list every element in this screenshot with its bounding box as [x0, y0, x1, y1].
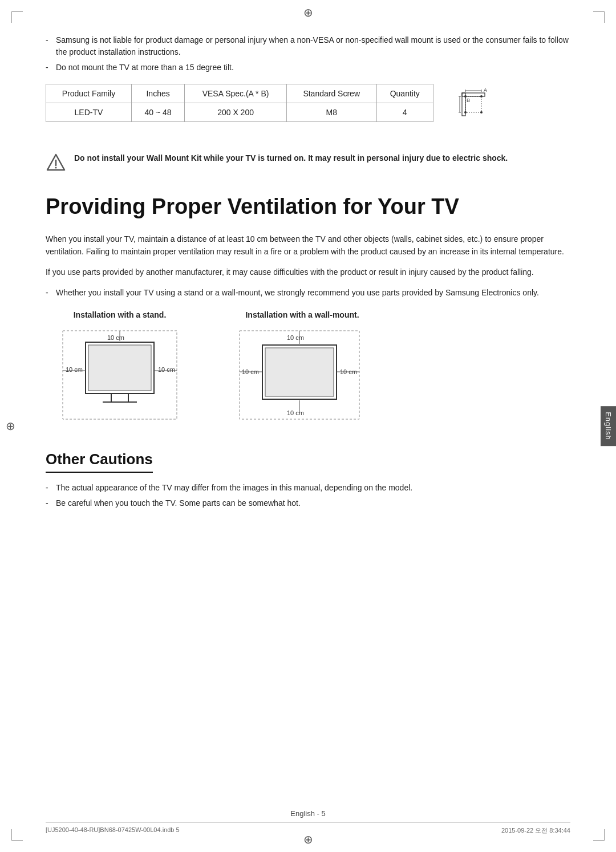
body-paragraph-2: If you use parts provided by another man… [46, 266, 570, 278]
table-with-diagram: Product Family Inches VESA Spec.(A * B) … [46, 84, 570, 136]
other-cautions-list: The actual appearance of the TV may diff… [46, 482, 570, 509]
cell-standard-screw: M8 [286, 103, 376, 122]
caution-item-1: The actual appearance of the TV may diff… [46, 482, 570, 494]
spec-table: Product Family Inches VESA Spec.(A * B) … [46, 84, 433, 122]
svg-text:10 cm: 10 cm [287, 409, 304, 416]
svg-text:10 cm: 10 cm [66, 366, 83, 373]
col-inches: Inches [131, 84, 184, 103]
footer-left-text: [UJ5200-40-48-RU]BN68-07425W-00L04.indb … [46, 826, 180, 835]
stand-label: Installation with a stand. [74, 310, 167, 319]
language-sidebar: English [601, 406, 616, 446]
bottom-crosshair-icon: ⊕ [303, 833, 313, 846]
svg-point-17 [55, 167, 57, 169]
warning-box: Do not install your Wall Mount Kit while… [46, 152, 570, 173]
other-cautions-heading: Other Cautions [46, 451, 153, 473]
vesa-svg-icon: A B [445, 86, 496, 132]
main-heading: Providing Proper Ventilation for Your TV [46, 194, 570, 220]
col-standard-screw: Standard Screw [286, 84, 376, 103]
installation-section: Installation with a stand. 10 cm 10 cm 1… [46, 310, 570, 428]
body-paragraph-1: When you install your TV, maintain a dis… [46, 233, 570, 258]
footer-right-text: 2015-09-22 오전 8:34:44 [501, 826, 570, 835]
vesa-diagram: A B [445, 86, 496, 132]
warning-icon [46, 153, 66, 173]
corner-mark-tl [11, 11, 23, 23]
col-product-family: Product Family [46, 84, 132, 103]
warning-text: Do not install your Wall Mount Kit while… [74, 152, 508, 164]
corner-mark-tr [593, 11, 605, 23]
col-quantity: Quantity [376, 84, 433, 103]
svg-text:10 cm: 10 cm [287, 334, 304, 341]
left-crosshair-icon: ⊕ [6, 419, 15, 433]
cell-quantity: 4 [376, 103, 433, 122]
svg-text:10 cm: 10 cm [107, 334, 124, 341]
stand-svg-icon: 10 cm 10 cm 10 cm [46, 325, 194, 428]
svg-text:10 cm: 10 cm [158, 366, 175, 373]
top-crosshair-icon: ⊕ [303, 6, 313, 19]
svg-text:B: B [467, 98, 470, 103]
top-bullet-list: Samsung is not liable for product damage… [46, 34, 570, 74]
wall-mount-diagram: Installation with a wall-mount. 10 cm 10… [228, 310, 376, 428]
warning-bold-text: Do not install your Wall Mount Kit while… [74, 153, 508, 163]
page-footer: English - 5 [UJ5200-40-48-RU]BN68-07425W… [0, 809, 616, 835]
caution-item-2: Be careful when you touch the TV. Some p… [46, 497, 570, 509]
table-row: LED-TV 40 ~ 48 200 X 200 M8 4 [46, 103, 433, 122]
wall-mount-svg-icon: 10 cm 10 cm 10 cm 10 cm [228, 325, 376, 428]
footer-page-number: English - 5 [46, 809, 570, 818]
bullet-item-2: Do not mount the TV at more than a 15 de… [46, 62, 570, 74]
bullet-item-1: Samsung is not liable for product damage… [46, 34, 570, 58]
cell-inches: 40 ~ 48 [131, 103, 184, 122]
stand-diagram: Installation with a stand. 10 cm 10 cm 1… [46, 310, 194, 428]
cell-product-family: LED-TV [46, 103, 132, 122]
page-container: ⊕ ⊕ ⊕ English Samsung is not liable for … [0, 0, 616, 852]
svg-text:A: A [484, 87, 487, 93]
ventilation-bullet-item: Whether you install your TV using a stan… [46, 287, 570, 299]
svg-rect-20 [88, 345, 151, 391]
cell-vesa-spec: 200 X 200 [185, 103, 287, 122]
wall-mount-label: Installation with a wall-mount. [245, 310, 359, 319]
ventilation-bullet-list: Whether you install your TV using a stan… [46, 287, 570, 299]
table-header-row: Product Family Inches VESA Spec.(A * B) … [46, 84, 433, 103]
svg-rect-32 [265, 348, 334, 396]
other-cautions-section: Other Cautions The actual appearance of … [46, 451, 570, 509]
col-vesa-spec: VESA Spec.(A * B) [185, 84, 287, 103]
